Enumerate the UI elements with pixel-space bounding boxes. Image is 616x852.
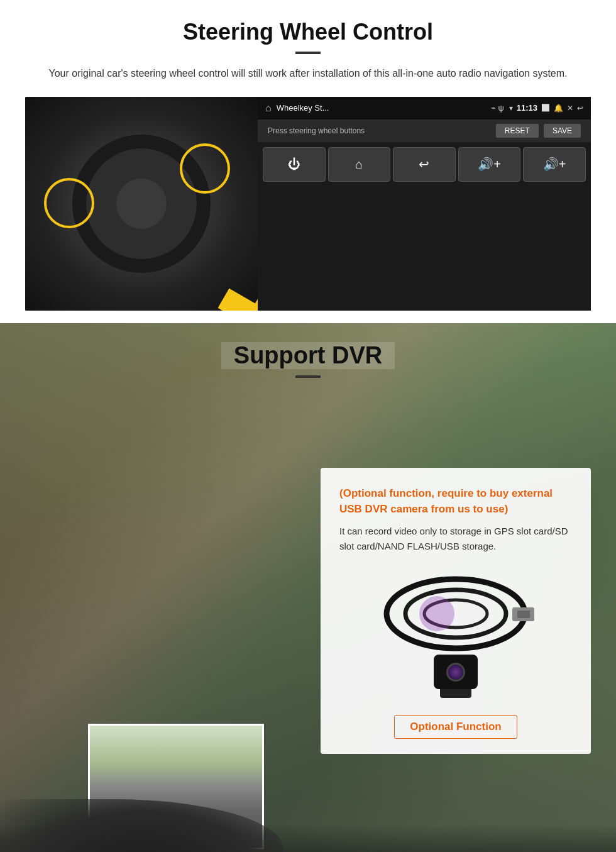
dvr-section-inner: Support DVR (Optional function, require … [0, 323, 616, 852]
cable-svg [374, 573, 537, 655]
grid-btn-back[interactable]: ↩ [393, 147, 456, 182]
dvr-info-box: (Optional function, require to buy exter… [321, 468, 591, 754]
steering-photo [25, 97, 258, 311]
grid-btn-power[interactable]: ⏻ [263, 147, 326, 182]
volume-icon: 🔔 [554, 104, 563, 113]
steering-content: ⌂ Wheelkey St... ⌁ ψ ▾ 11:13 ⬜ 🔔 ✕ ↩ Pre… [25, 97, 591, 311]
arrow-shape [214, 282, 258, 311]
ui-statusbar: ⌂ Wheelkey St... ⌁ ψ ▾ 11:13 ⬜ 🔔 ✕ ↩ [258, 97, 591, 119]
dvr-camera-image [339, 567, 572, 705]
dvr-section: Support DVR (Optional function, require … [0, 323, 616, 852]
grid-btn-home[interactable]: ⌂ [328, 147, 391, 182]
steering-subtitle: Your original car's steering wheel contr… [25, 65, 591, 82]
optional-badge-text: Optional Function [410, 721, 501, 733]
ui-time: 11:13 [517, 103, 537, 113]
ui-controls-row: Press steering wheel buttons RESET SAVE [258, 119, 591, 142]
highlight-circle-right [180, 143, 230, 194]
ui-status-icons: ▾ 11:13 ⬜ 🔔 ✕ ↩ [509, 103, 583, 113]
dvr-description: It can record video only to storage in G… [339, 524, 572, 554]
steering-wheel-inner [116, 179, 167, 229]
wifi-icon: ▾ [509, 104, 513, 113]
steering-ui-panel: ⌂ Wheelkey St... ⌁ ψ ▾ 11:13 ⬜ 🔔 ✕ ↩ Pre… [258, 97, 591, 311]
steering-title: Steering Wheel Control [25, 19, 591, 45]
close-icon: ✕ [567, 104, 573, 113]
optional-function-badge: Optional Function [394, 715, 517, 739]
dvr-title: Support DVR [221, 342, 395, 369]
svg-point-5 [419, 596, 454, 631]
steering-section: Steering Wheel Control Your original car… [0, 0, 616, 323]
ui-prompt: Press steering wheel buttons [268, 126, 491, 135]
back-icon: ↩ [577, 104, 583, 113]
ui-buttons-grid: ⏻ ⌂ ↩ 🔊+ 🔊+ [258, 142, 591, 187]
highlight-circle-left [44, 178, 94, 228]
grid-btn-vol-up-1[interactable]: 🔊+ [458, 147, 521, 182]
usb-icon: ⌁ ψ [491, 103, 504, 113]
ui-app-title: Wheelkey St... [277, 103, 486, 113]
svg-rect-4 [517, 611, 530, 618]
camera-base [440, 689, 471, 698]
grid-btn-vol-up-2[interactable]: 🔊+ [523, 147, 586, 182]
title-divider [295, 52, 321, 54]
dvr-title-area: Support DVR [0, 323, 616, 390]
camera-icon: ⬜ [541, 104, 550, 112]
save-button[interactable]: SAVE [544, 124, 581, 138]
home-icon: ⌂ [265, 102, 272, 114]
dvr-optional-note: (Optional function, require to buy exter… [339, 485, 572, 517]
steering-photo-inner [25, 97, 258, 311]
camera-body [374, 573, 537, 698]
camera-lens-body [434, 655, 478, 689]
camera-lens [446, 663, 465, 682]
reset-button[interactable]: RESET [496, 124, 539, 138]
dvr-divider [295, 375, 321, 378]
